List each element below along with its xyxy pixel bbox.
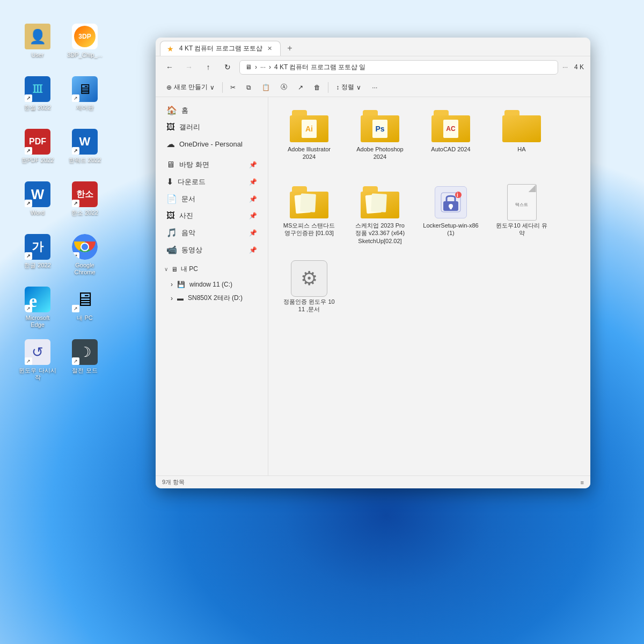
- locker-app-icon: i: [435, 186, 467, 218]
- sidebar-item-pictures[interactable]: 🖼 사진 📌: [158, 208, 266, 224]
- sidebar-item-documents[interactable]: 📄 문서 📌: [158, 191, 266, 207]
- file-item-locker[interactable]: i LockerSetup-win-x86 (1): [419, 182, 483, 252]
- paste-button[interactable]: 📋: [258, 81, 274, 94]
- sidebar-drive-c[interactable]: › 💾 window 11 (C:): [156, 278, 268, 291]
- shortcut-arrow10: ↗: [72, 305, 79, 312]
- toolbar: ⊕ 새로 만들기 ∨ ✂ ⧉ 📋 Ⓐ ↗ 🗑 ↕ 정렬 ∨ ···: [156, 78, 590, 97]
- address-text: 4 KT 컴퓨터 프로그램 포토샵 일: [274, 63, 365, 72]
- file-item-sketchup[interactable]: 스케치업 2023 Pro 정품 v23.367 (x64) SketchUp[…: [348, 182, 412, 252]
- desktop-icon-sleep[interactable]: ☽ ↗ 절전 모드: [63, 337, 106, 385]
- sidebar-home-label: 홈: [181, 106, 188, 115]
- download-icon: ⬇: [166, 177, 173, 187]
- forward-button[interactable]: →: [181, 60, 196, 75]
- adobe-illustrator-label: Adobe Illustrator 2024: [281, 145, 337, 161]
- delete-button[interactable]: 🗑: [310, 81, 325, 94]
- sidebar-item-desktop[interactable]: 🖥 바탕 화면 📌: [158, 157, 266, 173]
- shortcut-arrow9: ↗: [25, 305, 32, 312]
- address-separator2: ···: [260, 63, 266, 71]
- address-separator: ›: [255, 63, 257, 71]
- documents-icon: 📄: [166, 194, 177, 204]
- sidebar-item-gallery[interactable]: 🖼 갤러리: [158, 119, 266, 135]
- file-item-genuine-windows[interactable]: ⚙ 정품인증 윈도우 10 11 ,문서: [277, 258, 341, 328]
- mypc-expand-arrow: ∨: [164, 266, 168, 272]
- desktop-icon-hanso[interactable]: 한소 ↗ 한소 2022: [63, 179, 106, 228]
- sketchup-label: 스케치업 2023 Pro 정품 v23.367 (x64) SketchUp[…: [352, 222, 408, 245]
- sidebar-pin-videos: 📌: [249, 246, 257, 254]
- sidebar-onedrive-label: OneDrive - Personal: [179, 140, 243, 148]
- new-icon: ⊕: [166, 84, 172, 91]
- desktop-icon-hanpdf[interactable]: PDF ↗ 한PDF 2022: [16, 127, 59, 175]
- msoffice-folder-icon: [290, 186, 328, 218]
- paste-icon: 📋: [262, 84, 270, 91]
- more-options-button[interactable]: ···: [368, 81, 382, 94]
- hanso-icon: 한소 ↗: [72, 181, 98, 207]
- sort-button[interactable]: ↕ 정렬 ∨: [332, 80, 365, 94]
- address-suffix: 4 K: [574, 63, 584, 71]
- hanpdf-icon-label: 한PDF 2022: [21, 157, 54, 164]
- main-content: 🏠 홈 🖼 갤러리 ☁ OneDrive - Personal 🖥 바탕 화면 …: [156, 97, 590, 475]
- sidebar-mypc-header[interactable]: ∨ 🖥 내 PC: [156, 262, 268, 276]
- user-icon-label: User: [31, 52, 43, 58]
- genuine-windows-icon-wrap: ⚙: [290, 262, 328, 295]
- sidebar-drive-d[interactable]: › ▬ SN850X 2테라 (D:): [156, 291, 268, 305]
- desktop-icon-jepan[interactable]: 🖥 ↗ 제어판: [63, 74, 106, 122]
- shortcut-arrow2: ↗: [72, 94, 79, 102]
- desktop-icon-user[interactable]: 👤 User: [16, 21, 59, 70]
- nav-bar: ← → ↑ ↻ 🖥 › ··· › 4 KT 컴퓨터 프로그램 포토샵 일 ··…: [156, 56, 590, 78]
- sidebar-item-home[interactable]: 🏠 홈: [158, 102, 266, 119]
- rename-icon: Ⓐ: [281, 83, 287, 92]
- file-item-ha[interactable]: HA: [489, 106, 554, 175]
- sidebar-drive-c-expand: ›: [171, 281, 173, 288]
- up-button[interactable]: ↑: [201, 60, 216, 75]
- tab-active[interactable]: ★ 4 KT 컴퓨터 프로그램 포토샵 ✕: [160, 41, 281, 56]
- desktop-icon-word[interactable]: W ↗ Word: [16, 179, 59, 228]
- file-item-windows10[interactable]: 텍스트 윈도우10 세다리 유약: [489, 182, 554, 252]
- new-chevron-icon: ∨: [210, 84, 215, 91]
- desktop-icon-hanword[interactable]: W ↗ 한워드 2022: [63, 127, 106, 175]
- sidebar-item-music[interactable]: 🎵 음악 📌: [158, 224, 266, 241]
- winrestart-icon: ↺ ↗: [25, 339, 50, 365]
- more-icon: ···: [372, 84, 377, 91]
- hangul-icon: 가 ↗: [25, 234, 50, 260]
- back-button[interactable]: ←: [162, 60, 177, 75]
- new-button[interactable]: ⊕ 새로 만들기 ∨: [162, 80, 219, 94]
- desktop-icon-3dp[interactable]: 3DP 3DP_Chip_...: [63, 21, 106, 70]
- chrome-icon: ↗: [72, 234, 98, 260]
- cut-button[interactable]: ✂: [226, 81, 240, 94]
- file-item-msoffice[interactable]: MS오피스 스탠다드 영구인증판 [01.03]: [277, 182, 341, 252]
- sidebar-item-videos[interactable]: 📹 동영상 📌: [158, 241, 266, 258]
- winrestart-icon-label: 윈도우 다시시작: [18, 367, 57, 381]
- file-item-autocad[interactable]: AC AutoCAD 2024: [419, 106, 483, 175]
- videos-icon: 📹: [166, 245, 177, 255]
- desktop-icon-mypc[interactable]: 🖥 ↗ 내 PC: [63, 284, 106, 333]
- copy-icon: ⧉: [246, 84, 251, 91]
- windows10-doc-icon: 텍스트: [507, 184, 537, 221]
- msoffice-label: MS오피스 스탠다드 영구인증판 [01.03]: [281, 222, 337, 237]
- sidebar-item-onedrive[interactable]: ☁ OneDrive - Personal: [158, 136, 266, 152]
- sidebar-item-downloads[interactable]: ⬇ 다운로드 📌: [158, 173, 266, 190]
- desktop-icon-winrestart[interactable]: ↺ ↗ 윈도우 다시시작: [16, 337, 59, 385]
- share-button[interactable]: ↗: [294, 81, 308, 94]
- desktop-icon-chrome[interactable]: ↗ Google Chrome: [63, 232, 106, 280]
- 3dp-icon: 3DP: [72, 24, 98, 49]
- file-item-adobe-photoshop[interactable]: Ps Adobe Photoshop 2024: [348, 106, 412, 175]
- desktop-icon-hancel[interactable]: Ⅲ ↗ 한셀 2022: [16, 74, 59, 122]
- 3dp-icon-label: 3DP_Chip_...: [67, 52, 102, 58]
- shortcut-arrow7: ↗: [25, 252, 32, 260]
- word-icon-label: Word: [31, 209, 45, 216]
- user-icon: 👤: [25, 24, 50, 49]
- desktop-icon-edge[interactable]: e ↗ Microsoft Edge: [16, 284, 59, 333]
- windows10-icon-wrap: 텍스트: [502, 186, 541, 218]
- sort-chevron-icon: ∨: [356, 84, 361, 91]
- desktop-icon-hangul[interactable]: 가 ↗ 한글 2022: [16, 232, 59, 280]
- rename-button[interactable]: Ⓐ: [276, 80, 291, 94]
- refresh-button[interactable]: ↻: [220, 60, 235, 75]
- adobe-photoshop-label: Adobe Photoshop 2024: [352, 145, 408, 161]
- tab-add-button[interactable]: +: [282, 41, 297, 56]
- address-bar[interactable]: 🖥 › ··· › 4 KT 컴퓨터 프로그램 포토샵 일: [239, 60, 558, 75]
- jepan-icon: 🖥 ↗: [72, 76, 98, 102]
- file-item-adobe-illustrator[interactable]: Ai Adobe Illustrator 2024: [277, 106, 341, 175]
- status-view-icon: ≡: [581, 479, 584, 486]
- tab-close-button[interactable]: ✕: [266, 45, 274, 53]
- copy-button[interactable]: ⧉: [242, 81, 255, 94]
